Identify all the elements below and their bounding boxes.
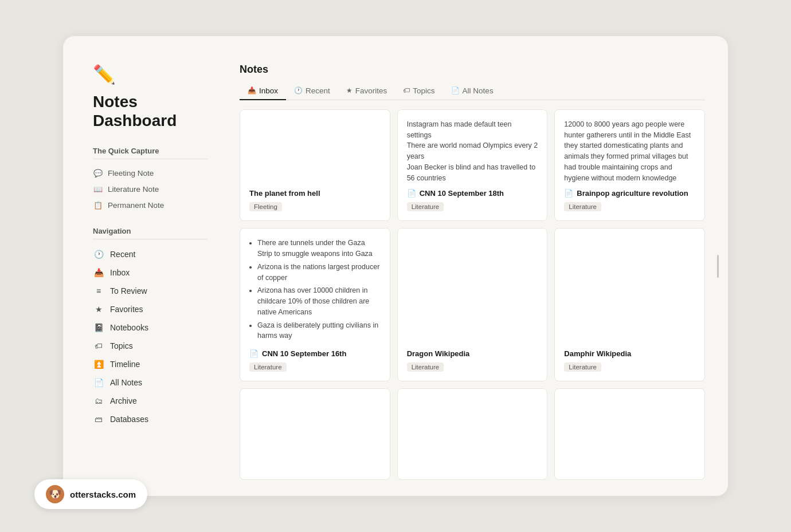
note-card-card6[interactable]: Damphir Wikipedia Literature xyxy=(554,228,705,381)
note-card-card5[interactable]: Dragon Wikipedia Literature xyxy=(397,228,548,381)
nav-item-all-notes[interactable]: 📄 All Notes xyxy=(93,373,207,392)
note-footer-card6: Damphir Wikipedia Literature xyxy=(564,349,695,372)
body-line: Instagram has made default teen settings xyxy=(407,119,538,141)
nav-item-inbox[interactable]: 📥 Inbox xyxy=(93,263,207,282)
nav-label-timeline: Timeline xyxy=(110,360,140,369)
nav-label-notebooks: Notebooks xyxy=(110,323,148,332)
note-tag-card1: Fleeting xyxy=(249,201,381,211)
notes-title: Notes xyxy=(240,64,705,76)
tab-topics[interactable]: 🏷 Topics xyxy=(395,82,443,100)
note-title-card4: 📄CNN 10 September 16th xyxy=(249,349,381,358)
note-card-blank-6[interactable] xyxy=(240,388,390,480)
nav-item-notebooks[interactable]: 📓 Notebooks xyxy=(93,318,207,337)
note-tag-card4: Literature xyxy=(249,361,381,372)
nav-icon-databases: 🗃 xyxy=(93,413,104,425)
tab-label-inbox: Inbox xyxy=(259,86,278,95)
sidebar: ✏️ Notes Dashboard The Quick Capture 💬 F… xyxy=(63,36,224,496)
bullet-item: There are tunnels under the Gaza Strip t… xyxy=(257,238,381,259)
note-body-card3: 12000 to 8000 years ago people were hunt… xyxy=(564,119,695,184)
nav-label-recent: Recent xyxy=(110,250,135,259)
tab-label-topics: Topics xyxy=(413,86,434,95)
note-tag-card5: Literature xyxy=(407,361,538,372)
scrollbar[interactable] xyxy=(717,255,719,278)
doc-icon: 📄 xyxy=(564,189,573,198)
note-card-card4[interactable]: There are tunnels under the Gaza Strip t… xyxy=(240,228,390,381)
nav-label-archive: Archive xyxy=(110,396,137,405)
note-body-card5 xyxy=(407,238,538,344)
tab-icon-recent: 🕐 xyxy=(294,86,303,94)
nav-item-favorites[interactable]: ★ Favorites xyxy=(93,300,207,318)
tag-badge: Literature xyxy=(564,202,601,211)
bullet-item: Gaza is deliberately putting civilians i… xyxy=(257,320,381,342)
tab-label-favorites: Favorites xyxy=(355,86,387,95)
nav-label-databases: Databases xyxy=(110,415,148,424)
brand-avatar: 🐶 xyxy=(46,485,64,503)
brand-avatar-emoji: 🐶 xyxy=(49,488,61,501)
tag-badge: Literature xyxy=(407,362,444,372)
quick-label-fleeting: Fleeting Note xyxy=(108,169,154,178)
note-body-card2: Instagram has made default teen settings… xyxy=(407,119,538,184)
body-line: Joan Becker is blind and has travelled t… xyxy=(407,162,538,184)
tab-icon-inbox: 📥 xyxy=(248,86,256,94)
note-card-card1[interactable]: The planet from hell Fleeting xyxy=(240,109,390,222)
quick-label-permanent: Permanent Note xyxy=(108,201,164,210)
nav-item-to-review[interactable]: ≡ To Review xyxy=(93,282,207,300)
note-body-card1 xyxy=(249,119,381,184)
nav-item-timeline[interactable]: ⏫ Timeline xyxy=(93,355,207,373)
tab-favorites[interactable]: ★ Favorites xyxy=(338,82,395,100)
quick-item-fleeting[interactable]: 💬 Fleeting Note xyxy=(93,165,207,181)
nav-section: Navigation 🕐 Recent 📥 Inbox ≡ To Review … xyxy=(93,227,207,428)
note-tag-card6: Literature xyxy=(564,361,695,372)
tab-recent[interactable]: 🕐 Recent xyxy=(286,82,338,100)
quick-label-literature: Literature Note xyxy=(108,185,159,194)
body-line: 12000 to 8000 years ago people were hunt… xyxy=(564,119,695,184)
nav-icon-to-review: ≡ xyxy=(93,285,104,297)
nav-label-all-notes: All Notes xyxy=(110,378,142,387)
note-card-blank-7[interactable] xyxy=(397,388,548,480)
doc-icon: 📄 xyxy=(249,349,259,358)
app-container: ✏️ Notes Dashboard The Quick Capture 💬 F… xyxy=(63,36,728,496)
nav-icon-inbox: 📥 xyxy=(93,267,104,278)
note-footer-card5: Dragon Wikipedia Literature xyxy=(407,349,538,372)
note-title-card1: The planet from hell xyxy=(249,189,381,198)
nav-item-recent[interactable]: 🕐 Recent xyxy=(93,245,207,263)
note-body-card6 xyxy=(564,238,695,344)
nav-icon-notebooks: 📓 xyxy=(93,322,104,333)
tab-inbox[interactable]: 📥 Inbox xyxy=(240,82,286,100)
nav-icon-recent: 🕐 xyxy=(93,249,104,260)
note-footer-card3: 📄Brainpop agriculture revolution Literat… xyxy=(564,189,695,211)
note-tag-card3: Literature xyxy=(564,201,695,211)
note-card-blank-8[interactable] xyxy=(554,388,705,480)
nav-icon-favorites: ★ xyxy=(93,304,104,315)
tab-icon-all-notes: 📄 xyxy=(451,86,460,94)
note-title-card3: 📄Brainpop agriculture revolution xyxy=(564,189,695,198)
tab-label-all-notes: All Notes xyxy=(463,86,494,95)
quick-capture-label: The Quick Capture xyxy=(93,147,207,159)
note-tag-card2: Literature xyxy=(407,201,538,211)
nav-item-archive[interactable]: 🗂 Archive xyxy=(93,392,207,410)
note-title-card2: 📄CNN 10 September 18th xyxy=(407,189,538,198)
nav-label-topics: Topics xyxy=(110,341,133,350)
note-title-card5: Dragon Wikipedia xyxy=(407,349,538,358)
brand-name: otterstacks.com xyxy=(70,490,136,499)
quick-item-permanent[interactable]: 📋 Permanent Note xyxy=(93,197,207,213)
pencil-icon: ✏️ xyxy=(93,64,207,85)
note-card-card2[interactable]: Instagram has made default teen settings… xyxy=(397,109,548,222)
doc-icon: 📄 xyxy=(407,189,416,198)
main-content: Notes 📥 Inbox 🕐 Recent ★ Favorites 🏷 Top… xyxy=(224,36,728,496)
quick-item-literature[interactable]: 📖 Literature Note xyxy=(93,181,207,197)
nav-item-topics[interactable]: 🏷 Topics xyxy=(93,337,207,355)
tab-icon-favorites: ★ xyxy=(346,86,353,94)
nav-item-databases[interactable]: 🗃 Databases xyxy=(93,410,207,428)
note-card-card3[interactable]: 12000 to 8000 years ago people were hunt… xyxy=(554,109,705,222)
nav-icon-archive: 🗂 xyxy=(93,395,104,407)
tag-badge: Literature xyxy=(249,362,287,372)
brand-badge: 🐶 otterstacks.com xyxy=(34,479,147,509)
bullet-item: Arizona has over 10000 children in child… xyxy=(257,285,381,317)
note-footer-card4: 📄CNN 10 September 16th Literature xyxy=(249,349,381,372)
notes-grid: The planet from hell Fleeting Instagram … xyxy=(240,109,705,480)
tab-all-notes[interactable]: 📄 All Notes xyxy=(443,82,502,100)
nav-label-inbox: Inbox xyxy=(110,268,130,277)
quick-icon-permanent: 📋 xyxy=(93,200,103,210)
note-footer-card2: 📄CNN 10 September 18th Literature xyxy=(407,189,538,211)
